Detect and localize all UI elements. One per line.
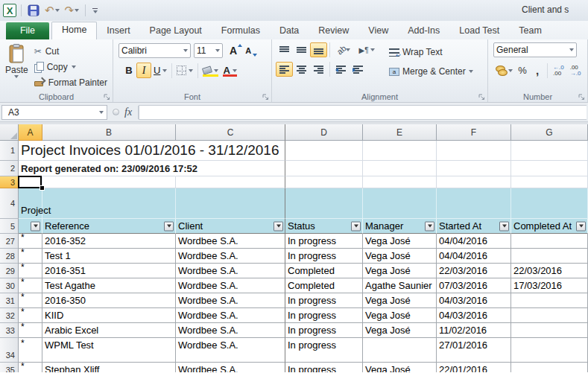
formula-input[interactable]: [139, 105, 587, 120]
align-middle-button[interactable]: [293, 42, 310, 57]
fill-handle[interactable]: [40, 186, 44, 190]
cell-E2[interactable]: [363, 161, 437, 176]
cell-F30[interactable]: 07/03/2016: [437, 278, 511, 293]
cell-A33[interactable]: *: [19, 323, 42, 338]
filter-button-D[interactable]: [351, 221, 361, 231]
tab-home[interactable]: Home: [51, 22, 97, 39]
cell-E5[interactable]: Manager: [363, 219, 437, 234]
cell-E3[interactable]: [363, 176, 437, 188]
cell-D35[interactable]: In progress: [285, 363, 363, 372]
excel-logo-icon[interactable]: X: [3, 4, 16, 17]
cell-F34[interactable]: 27/01/2016: [437, 338, 511, 363]
alignment-dialog-launcher[interactable]: [478, 94, 485, 101]
customize-qat-button[interactable]: [90, 8, 100, 13]
cell-E34[interactable]: [363, 338, 437, 363]
column-header-E[interactable]: E: [363, 124, 437, 141]
row-header-1[interactable]: 1: [0, 141, 19, 161]
name-box-dropdown-icon[interactable]: [99, 111, 104, 114]
cell-C32[interactable]: Wordbee S.A.: [176, 308, 285, 323]
cell-D29[interactable]: Completed: [285, 264, 363, 278]
font-dialog-launcher[interactable]: [262, 94, 269, 101]
cell-B3[interactable]: [42, 176, 176, 188]
cell-D31[interactable]: In progress: [285, 293, 363, 308]
cell-G35[interactable]: [511, 363, 588, 372]
cell-G32[interactable]: [511, 308, 588, 323]
tab-review[interactable]: Review: [309, 22, 358, 39]
cell-B4[interactable]: [42, 188, 176, 219]
wrap-text-button[interactable]: Wrap Text: [386, 45, 476, 60]
cell-D34[interactable]: In progress: [285, 338, 363, 363]
cell-C3[interactable]: [176, 176, 285, 188]
cell-F2[interactable]: [437, 161, 511, 176]
cut-button[interactable]: ✂Cut: [31, 43, 110, 59]
save-button[interactable]: [26, 3, 41, 18]
row-header-4[interactable]: 4: [0, 188, 19, 219]
cell-B29[interactable]: 2016-351: [42, 264, 176, 278]
cell-B35[interactable]: Stephan Xliff: [42, 363, 176, 372]
merge-center-dropdown-icon[interactable]: [469, 70, 473, 73]
cell-B28[interactable]: Test 1: [42, 249, 176, 264]
align-center-button[interactable]: [293, 62, 310, 77]
tab-page-layout[interactable]: Page Layout: [140, 22, 212, 39]
cell-D28[interactable]: In progress: [285, 249, 363, 264]
tab-load-test[interactable]: Load Test: [449, 22, 509, 39]
italic-button[interactable]: I: [136, 63, 151, 78]
fill-color-dropdown-icon[interactable]: [214, 69, 218, 72]
filter-button-F[interactable]: [499, 221, 509, 231]
insert-function-button[interactable]: fx: [124, 106, 132, 118]
align-left-button[interactable]: [276, 62, 293, 77]
copy-dropdown-icon[interactable]: [72, 66, 76, 68]
cell-G4[interactable]: [511, 188, 588, 219]
tab-add-ins[interactable]: Add-Ins: [398, 22, 449, 39]
cell-A31[interactable]: *: [19, 293, 42, 308]
column-header-A[interactable]: A: [19, 124, 42, 141]
cell-B30[interactable]: Test Agathe: [42, 278, 176, 293]
cell-F28[interactable]: 04/04/2016: [437, 249, 511, 264]
row-header-33[interactable]: 33: [0, 323, 19, 338]
cell-A30[interactable]: *: [19, 278, 42, 293]
cell-F1[interactable]: [437, 141, 511, 161]
cell-A4[interactable]: Project: [19, 188, 42, 219]
formula-bar-handle[interactable]: [113, 109, 119, 115]
accounting-dropdown-icon[interactable]: [508, 69, 513, 72]
font-color-dropdown-icon[interactable]: [233, 69, 237, 72]
cell-F5[interactable]: Started At: [437, 219, 511, 234]
cell-D32[interactable]: In progress: [285, 308, 363, 323]
underline-button[interactable]: U: [151, 63, 169, 78]
format-painter-button[interactable]: Format Painter: [31, 74, 110, 90]
filter-button-B[interactable]: [164, 221, 174, 231]
cell-F35[interactable]: 22/01/2016: [437, 363, 511, 372]
grow-font-button[interactable]: A: [227, 42, 242, 58]
row-header-28[interactable]: 28: [0, 249, 19, 264]
cell-E27[interactable]: Vega José: [363, 234, 437, 249]
bold-button[interactable]: B: [121, 63, 136, 78]
cell-C35[interactable]: Wordbee S.A.: [176, 363, 285, 372]
cell-C4[interactable]: [176, 188, 285, 219]
cell-G33[interactable]: [511, 323, 588, 338]
cell-B27[interactable]: 2016-352: [42, 234, 176, 249]
align-right-button[interactable]: [310, 62, 327, 77]
cell-C28[interactable]: Wordbee S.A.: [176, 249, 285, 264]
cell-G5[interactable]: Completed At: [511, 219, 588, 234]
tab-team[interactable]: Team: [509, 22, 551, 39]
cell-C30[interactable]: Wordbee S.A.: [176, 278, 285, 293]
cell-C29[interactable]: Wordbee S.A.: [176, 264, 285, 278]
filter-button-A[interactable]: [31, 221, 40, 231]
selected-cell-A3[interactable]: [19, 176, 42, 188]
cell-C5[interactable]: Client: [176, 219, 285, 234]
number-dialog-launcher[interactable]: [578, 94, 585, 101]
cell-E30[interactable]: Agathe Saunier: [363, 278, 437, 293]
cell-C33[interactable]: Wordbee S.A.: [176, 323, 285, 338]
row-header-27[interactable]: 27: [0, 234, 19, 249]
cell-E28[interactable]: Vega José: [363, 249, 437, 264]
column-header-B[interactable]: B: [42, 124, 176, 141]
accounting-format-button[interactable]: [493, 63, 515, 78]
row-header-32[interactable]: 32: [0, 308, 19, 323]
merge-center-button[interactable]: aMerge & Center: [386, 64, 476, 79]
cell-F31[interactable]: 04/03/2016: [437, 293, 511, 308]
percent-style-button[interactable]: %: [515, 63, 530, 78]
cell-G2[interactable]: [511, 161, 588, 176]
row-header-2[interactable]: 2: [0, 161, 19, 176]
cell-E32[interactable]: Vega José: [363, 308, 437, 323]
row-header-3[interactable]: 3: [0, 176, 19, 188]
